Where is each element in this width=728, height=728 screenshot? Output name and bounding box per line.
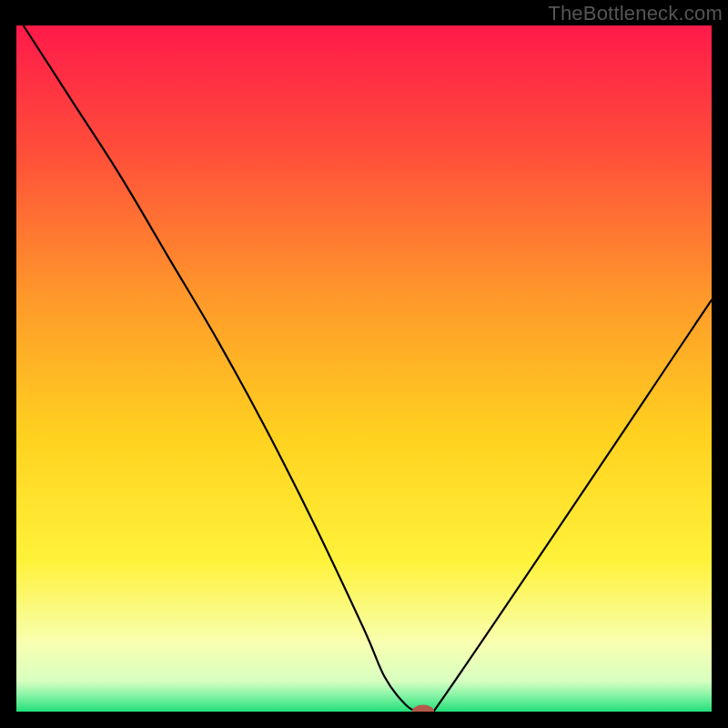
plot-area (16, 25, 712, 712)
gradient-background (16, 25, 712, 712)
chart-frame: TheBottleneck.com (0, 0, 728, 728)
bottleneck-chart (16, 25, 712, 712)
watermark-label: TheBottleneck.com (548, 2, 723, 25)
